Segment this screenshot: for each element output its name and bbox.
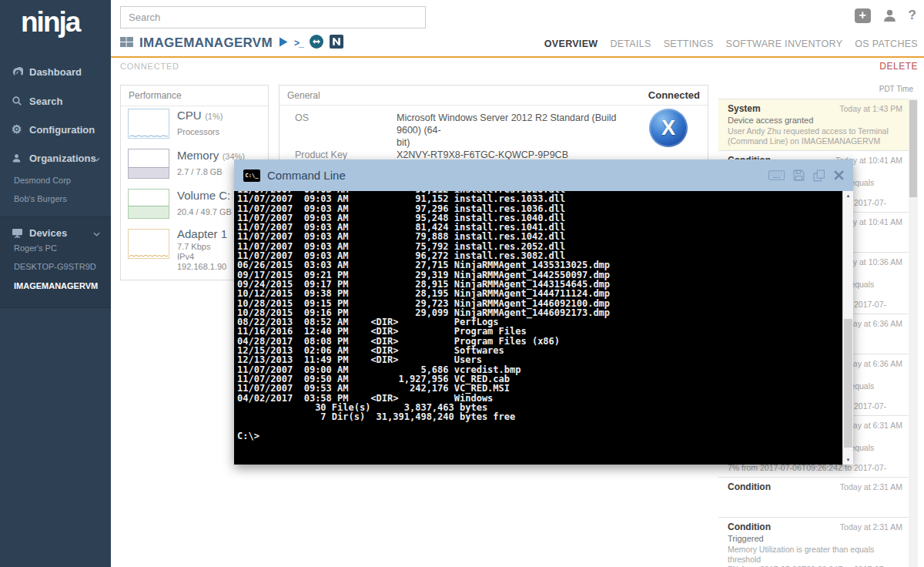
general-panel-title: General — [287, 90, 320, 101]
sidebar-org-bobs-burgers[interactable]: Bob's Burgers — [14, 194, 67, 203]
chevron-down-icon — [93, 227, 100, 239]
activity-entry-time: Today at 1:43 PM — [839, 104, 902, 113]
sidebar-item-label: Search — [29, 96, 62, 107]
memory-usage-chart — [128, 149, 169, 179]
modal-titlebar[interactable]: C:\_ Command Line — [234, 159, 853, 191]
activity-entry-body: User Andy Zhu requested access to Termin… — [728, 126, 902, 146]
activity-entry-sub: Triggered — [728, 533, 902, 544]
perf-detail: 7.7 Kbps IPv4 192.168.1.90 — [177, 242, 227, 272]
tab-os-patches[interactable]: OS PATCHES — [855, 39, 918, 49]
search-input[interactable] — [120, 6, 426, 29]
device-title: IMAGEMANAGERVM — [139, 35, 273, 51]
tab-bar: OVERVIEW DETAILS SETTINGS SOFTWARE INVEN… — [544, 39, 918, 49]
sidebar-item-configuration[interactable]: ⚙ Configuration — [0, 120, 111, 139]
tab-underline — [111, 56, 924, 58]
general-connected-status: Connected — [648, 89, 700, 101]
connection-status: CONNECTED — [120, 62, 179, 71]
performance-panel-title: Performance — [121, 86, 268, 106]
dashboard-icon — [12, 66, 24, 78]
terminal-icon[interactable]: >_ — [294, 38, 303, 49]
scroll-up-arrow[interactable]: ▲ — [843, 193, 853, 198]
tab-details[interactable]: DETAILS — [610, 39, 651, 49]
volume-usage-chart — [128, 189, 169, 219]
activity-entry-title: Condition — [728, 522, 771, 532]
delete-button[interactable]: DELETE — [879, 61, 918, 72]
sidebar-device-rogers-pc[interactable]: Roger's PC — [14, 243, 57, 253]
activity-entry-title: Condition — [728, 481, 771, 492]
activity-entry-sub: Device access granted — [728, 115, 902, 126]
screen: ninja Dashboard Search ⚙ Configuration O… — [0, 0, 924, 567]
monitor-icon — [12, 228, 24, 238]
activity-scrollbar-thumb[interactable] — [909, 100, 917, 197]
sidebar-org-desmond-corp[interactable]: Desmond Corp — [14, 176, 71, 185]
help-button[interactable]: ? — [909, 8, 916, 23]
ninja-logo: ninja — [21, 6, 79, 39]
windows-logo-icon — [120, 36, 133, 51]
general-row-os: OS Microsoft Windows Server 2012 R2 Stan… — [295, 112, 708, 149]
perf-name: Volume C: — [177, 189, 230, 202]
gear-icon: ⚙ — [12, 122, 24, 136]
topbar-icons: + ? — [855, 8, 916, 23]
command-prompt-icon: C:\_ — [243, 169, 260, 182]
sidebar-item-label: Organizations — [29, 153, 96, 164]
tab-settings[interactable]: SETTINGS — [664, 39, 714, 49]
sidebar-device-imagemanagervm[interactable]: IMAGEMANAGERVM — [14, 281, 98, 290]
activity-entry-title: System — [728, 103, 761, 114]
perf-percent: (1%) — [205, 112, 223, 121]
sidebar: ninja Dashboard Search ⚙ Configuration O… — [0, 0, 111, 567]
sidebar-item-devices[interactable]: Devices — [0, 223, 111, 242]
sidebar-devices-section: Devices Roger's PC DESKTOP-G9STR9D IMAGE… — [0, 216, 111, 308]
person-icon — [12, 153, 24, 163]
terminal-text: 11/07/2007 09:03 AM 90,112 install.res.1… — [234, 191, 842, 441]
user-icon[interactable] — [882, 8, 897, 22]
os-logo-orb-icon: X — [649, 109, 688, 147]
timezone-label: PDT Time — [879, 85, 913, 93]
sidebar-item-search[interactable]: Search — [0, 92, 111, 110]
activity-entry-time: Today at 2:31 AM — [840, 522, 902, 532]
activity-entry[interactable]: Condition Today at 2:31 AM — [718, 478, 909, 518]
perf-name: Memory — [177, 149, 219, 162]
sidebar-item-dashboard[interactable]: Dashboard — [0, 62, 111, 81]
sidebar-item-label: Devices — [29, 227, 67, 239]
activity-entry[interactable]: Condition Today at 2:31 AM Triggered Mem… — [718, 518, 909, 567]
close-icon[interactable] — [834, 170, 844, 180]
cpu-sparkline-chart — [128, 109, 169, 139]
sidebar-item-organizations[interactable]: Organizations — [0, 149, 111, 167]
perf-name: Adapter 1 — [177, 227, 227, 240]
play-icon[interactable] — [279, 36, 288, 50]
network-sparkline-chart — [128, 229, 169, 259]
add-button[interactable]: + — [855, 8, 871, 23]
sidebar-item-label: Configuration — [29, 124, 95, 136]
search-icon — [12, 96, 24, 106]
modal-title: Command Line — [267, 169, 346, 182]
copy-icon[interactable] — [813, 169, 825, 182]
general-panel: General Connected OS Microsoft Windows S… — [279, 85, 708, 163]
terminal-output[interactable]: 11/07/2007 09:03 AM 90,112 install.res.1… — [234, 191, 842, 465]
chevron-down-icon — [93, 153, 100, 164]
activity-entry[interactable]: System Today at 1:43 PM Device access gr… — [718, 99, 909, 151]
sidebar-device-desktop-g9str9d[interactable]: DESKTOP-G9STR9D — [14, 262, 96, 271]
command-line-modal: C:\_ Command Line 11/07/2007 09:03 AM — [234, 159, 853, 465]
terminal-scrollbar[interactable]: ▲ ▼ — [842, 191, 853, 465]
perf-name: CPU — [177, 109, 202, 122]
activity-entry-time: Today at 2:31 AM — [840, 482, 902, 492]
tab-overview[interactable]: OVERVIEW — [544, 39, 598, 49]
ninja-agent-icon[interactable] — [330, 35, 343, 52]
sidebar-item-label: Dashboard — [29, 66, 82, 78]
activity-scrollbar[interactable] — [909, 99, 918, 567]
tab-software-inventory[interactable]: SOFTWARE INVENTORY — [726, 39, 843, 49]
save-icon[interactable] — [793, 169, 805, 181]
keyboard-icon[interactable] — [768, 170, 785, 180]
device-header: IMAGEMANAGERVM >_ — [120, 35, 343, 52]
perf-detail: Processors — [177, 127, 223, 137]
terminal-scrollbar-thumb[interactable] — [844, 319, 852, 448]
scroll-down-arrow[interactable]: ▼ — [843, 458, 853, 462]
modal-toolbar — [768, 169, 844, 182]
remote-control-icon[interactable] — [310, 35, 323, 52]
activity-entry-body: Memory Utilization is greater than equal… — [728, 545, 902, 567]
